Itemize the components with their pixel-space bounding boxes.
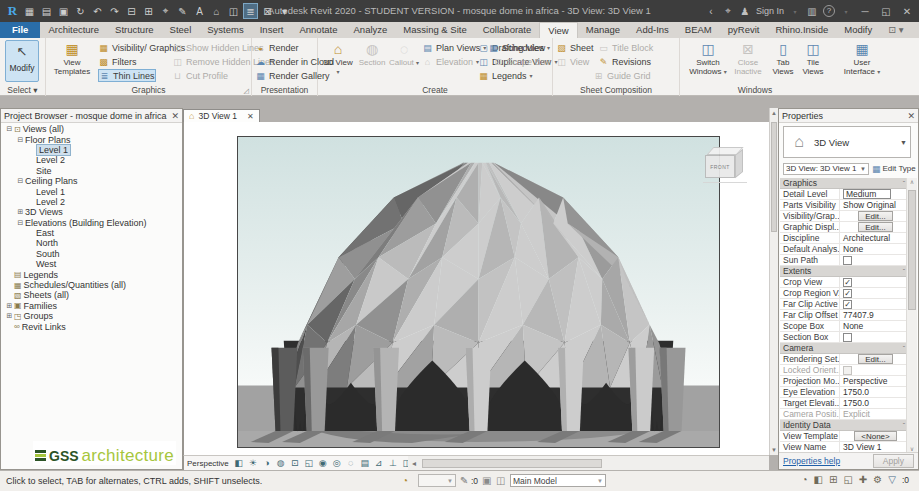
- tab-add-ins[interactable]: Add-Ins: [628, 22, 677, 38]
- close-button[interactable]: ✕: [899, 6, 915, 17]
- exclude-options-icon[interactable]: ◱: [843, 474, 852, 485]
- worksets-status-icon[interactable]: ◔: [802, 474, 808, 485]
- tree-item-families[interactable]: ⊞▣Families: [1, 301, 182, 311]
- property-button[interactable]: Edit...: [858, 211, 892, 221]
- vertical-scroll-thumb[interactable]: [771, 122, 777, 232]
- tab-file[interactable]: File: [0, 22, 40, 38]
- undo-icon[interactable]: ↶: [90, 3, 105, 19]
- expand-icon[interactable]: ⊞: [5, 312, 14, 320]
- property-text-value[interactable]: 1750.0: [843, 398, 869, 408]
- sun-path-icon[interactable]: ☀: [247, 457, 259, 469]
- restore-button[interactable]: ◱: [878, 6, 894, 17]
- revit-logo[interactable]: R: [5, 3, 20, 19]
- switch-windows-button[interactable]: ◫ Switch Windows ▾: [688, 40, 728, 77]
- show-hidden-lines-button[interactable]: ◫Show Hidden Lines: [172, 41, 264, 54]
- properties-help-link[interactable]: Properties help: [783, 456, 840, 466]
- temporary-view-properties-icon[interactable]: ▤: [359, 457, 371, 469]
- section-collapse-icon[interactable]: ˆ: [903, 180, 905, 187]
- tab-systems[interactable]: Systems: [199, 22, 251, 38]
- property-button[interactable]: Edit...: [858, 354, 892, 364]
- tab-collaborate[interactable]: Collaborate: [475, 22, 540, 38]
- section-header-graphics[interactable]: Graphicsˆ: [780, 178, 908, 189]
- show-crop-region-icon[interactable]: ◱: [303, 457, 315, 469]
- tab-modify[interactable]: Modify: [836, 22, 880, 38]
- crop-view-icon[interactable]: ⊡: [289, 457, 301, 469]
- tag-icon[interactable]: ✎: [175, 3, 190, 19]
- editable-pencil-icon[interactable]: ✎: [460, 475, 468, 486]
- viewcube-compass[interactable]: [703, 182, 747, 183]
- thin-lines-icon[interactable]: ≣: [243, 3, 258, 19]
- select-dropdown[interactable]: Select ▾: [0, 85, 45, 96]
- open-icon[interactable]: ▤: [39, 3, 54, 19]
- tab-analyze[interactable]: Analyze: [346, 22, 396, 38]
- viewcube-right-face[interactable]: [735, 149, 743, 178]
- sign-in-button[interactable]: Sign In: [756, 6, 784, 16]
- tab-pyrevit[interactable]: pyRevit: [720, 22, 768, 38]
- property-text-value[interactable]: Architectural: [843, 233, 890, 243]
- edit-type-button[interactable]: ▦ Edit Type: [872, 164, 916, 174]
- viewcube[interactable]: FRONT: [703, 146, 751, 192]
- temporary-hide-isolate-icon[interactable]: ◎: [331, 457, 343, 469]
- checkbox-unchecked[interactable]: [843, 366, 852, 375]
- reveal-constraints-icon[interactable]: ⊥: [387, 457, 399, 469]
- plan-views-button[interactable]: ▤Plan Views▾: [422, 41, 486, 54]
- property-text-value[interactable]: None: [843, 244, 863, 254]
- displaced-elements-icon[interactable]: ⊿: [373, 457, 385, 469]
- checkbox-checked[interactable]: ✓: [843, 289, 852, 298]
- callout-button[interactable]: ◌ Callout ▾: [388, 40, 420, 68]
- thin-lines-button[interactable]: ≣Thin Lines: [98, 69, 156, 82]
- collapse-icon[interactable]: ⊟: [5, 125, 14, 133]
- property-text-value[interactable]: 1750.0: [843, 387, 869, 397]
- tab-structure[interactable]: Structure: [107, 22, 162, 38]
- worksets-dropdown[interactable]: ▼: [418, 474, 456, 487]
- crop-region[interactable]: [237, 136, 720, 448]
- section-header-identity-data[interactable]: Identity Dataˆ: [780, 420, 908, 431]
- tree-item-level-1[interactable]: Level 1: [1, 145, 182, 155]
- tree-item-site[interactable]: Site: [1, 166, 182, 176]
- property-text-value[interactable]: 77407.9: [843, 310, 874, 320]
- active-only-icon[interactable]: ◫: [496, 475, 505, 486]
- properties-scroll-thumb[interactable]: [908, 190, 916, 310]
- worksets-icon[interactable]: ◔: [402, 475, 408, 486]
- render-button[interactable]: ◒Render: [255, 41, 299, 54]
- type-selector[interactable]: ⌂ 3D View ▼: [783, 126, 911, 158]
- reveal-hidden-elements-icon[interactable]: ◌: [345, 457, 357, 469]
- cut-profile-button[interactable]: ⊔Cut Profile: [172, 69, 228, 82]
- help-caret-icon[interactable]: ▾: [840, 3, 852, 19]
- checkbox-checked[interactable]: ✓: [843, 300, 852, 309]
- press-drag-icon[interactable]: ✚: [859, 474, 867, 485]
- tree-item-views-all-[interactable]: ⊟⊡Views (all): [1, 124, 182, 134]
- horizontal-scroll-thumb[interactable]: [422, 459, 602, 468]
- checkbox-unchecked[interactable]: [843, 256, 852, 265]
- shadows-icon[interactable]: ◑: [261, 457, 273, 469]
- tab-architecture[interactable]: Architecture: [40, 22, 107, 38]
- search-icon[interactable]: ⌖: [722, 3, 734, 19]
- tree-item-elevations-building-elevation-[interactable]: ⊟Elevations (Building Elevation): [1, 218, 182, 228]
- filters-button[interactable]: ▩Filters: [98, 55, 137, 68]
- property-text-value[interactable]: Medium: [843, 189, 891, 199]
- tree-item-groups[interactable]: ⊞◳Groups: [1, 311, 182, 321]
- filter-icon[interactable]: ▽: [888, 474, 896, 485]
- render-dialog-icon[interactable]: ◍: [275, 457, 287, 469]
- tree-item-level-1[interactable]: Level 1: [1, 186, 182, 196]
- section-collapse-icon[interactable]: ˆ: [903, 345, 905, 352]
- design-option-dropdown[interactable]: Main Model▼: [510, 474, 606, 487]
- expand-icon[interactable]: ⊞: [16, 208, 25, 216]
- project-icon[interactable]: ▦: [22, 3, 37, 19]
- sync-icon[interactable]: ↻: [73, 3, 88, 19]
- properties-close-icon[interactable]: ✕: [907, 111, 915, 121]
- expand-icon[interactable]: ⊞: [5, 302, 14, 310]
- viewcube-front-face[interactable]: FRONT: [705, 155, 735, 178]
- minimize-button[interactable]: ─: [857, 6, 873, 17]
- graphics-dialog-launcher-icon[interactable]: ◿: [244, 87, 249, 95]
- tree-item-level-2[interactable]: Level 2: [1, 155, 182, 165]
- section-header-extents[interactable]: Extentsˆ: [780, 266, 908, 277]
- scroll-down-icon[interactable]: ▼: [770, 445, 778, 455]
- property-text-value[interactable]: 3D View 1: [843, 442, 882, 452]
- sheet-button[interactable]: ▧Sheet: [556, 41, 594, 54]
- scope-box-button[interactable]: ⊡Scope Box: [492, 55, 550, 68]
- scroll-up-icon[interactable]: ▲: [770, 108, 778, 118]
- print-icon[interactable]: ⊟: [124, 3, 139, 19]
- property-text-value[interactable]: Show Original: [843, 200, 896, 210]
- tree-item-3d-views[interactable]: ⊞3D Views: [1, 207, 182, 217]
